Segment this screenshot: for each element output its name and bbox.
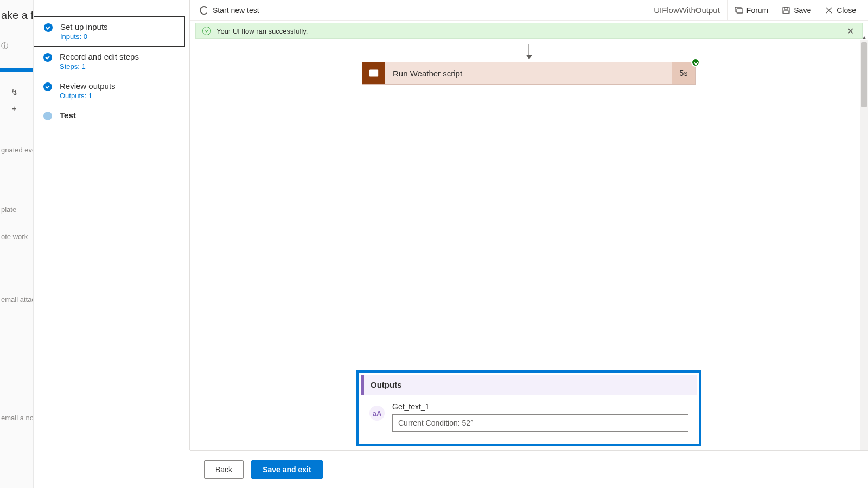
step-active-icon [43, 112, 52, 120]
forum-button[interactable]: Forum [727, 0, 775, 21]
svg-rect-4 [784, 11, 788, 14]
text-variable-icon: aA [369, 406, 385, 421]
success-check-icon [202, 27, 211, 35]
step-done-icon [43, 82, 52, 91]
outputs-header: Outputs [361, 375, 697, 395]
success-banner: Your UI flow ran successfully. ✕ [195, 23, 863, 39]
step-done-icon [44, 23, 53, 32]
step-set-up-inputs[interactable]: Set up inputs Inputs: 0 [34, 16, 185, 47]
bg-flow-icon: ↯ [7, 87, 22, 99]
close-icon [825, 6, 833, 15]
back-label: Back [215, 465, 232, 474]
output-variable-value[interactable] [392, 414, 688, 432]
wizard-steps-panel: Set up inputs Inputs: 0 Record and edit … [34, 0, 190, 450]
success-message: Your UI flow ran successfully. [216, 27, 308, 35]
save-and-exit-button[interactable]: Save and exit [251, 460, 323, 479]
banner-close-button[interactable]: ✕ [845, 25, 856, 36]
step-subtitle: Inputs: 0 [60, 33, 108, 41]
step-review-outputs[interactable]: Review outputs Outputs: 1 [34, 76, 189, 105]
step-title: Test [60, 111, 76, 120]
svg-rect-1 [737, 9, 743, 13]
bg-mini-icons: ↯ + [5, 87, 22, 120]
bg-line-3: ote work [0, 232, 28, 242]
bg-line-4: email attac [0, 295, 34, 305]
canvas-scrollbar[interactable]: ▲ ▼ [860, 40, 868, 450]
scrollbar-thumb[interactable] [861, 42, 867, 107]
bg-selected-bar [0, 68, 34, 72]
forum-icon [735, 6, 743, 15]
save-label: Save [794, 6, 811, 15]
save-and-exit-label: Save and exit [263, 465, 311, 474]
step-done-icon [43, 53, 52, 62]
start-new-test-button[interactable]: Start new test [200, 6, 259, 15]
close-label: Close [837, 6, 856, 15]
outputs-card: Outputs aA Get_text_1 [356, 370, 701, 446]
refresh-icon [200, 6, 208, 15]
bg-line-2: plate [0, 205, 16, 215]
step-title: Review outputs [60, 81, 116, 91]
flow-name-label: UIFlowWithOutput [654, 5, 720, 15]
bg-title-fragment: ake a fl [0, 8, 34, 23]
step-title: Set up inputs [60, 22, 108, 31]
close-button[interactable]: Close [818, 0, 863, 21]
step-record-and-edit[interactable]: Record and edit steps Steps: 1 [34, 47, 189, 76]
action-card-run-weather-script[interactable]: Run Weather script 5s [362, 62, 696, 85]
connector-arrow-icon [529, 44, 529, 59]
step-subtitle: Outputs: 1 [60, 92, 116, 100]
action-title: Run Weather script [385, 62, 672, 84]
bg-info-icon: ⓘ [0, 41, 8, 51]
bg-plus-icon: + [7, 103, 22, 115]
svg-rect-3 [784, 7, 788, 9]
bg-line-1: gnated even [0, 145, 34, 155]
step-title: Record and edit steps [60, 52, 139, 61]
step-test[interactable]: Test [34, 105, 189, 126]
start-new-test-label: Start new test [213, 6, 259, 15]
action-success-badge-icon [691, 58, 700, 67]
top-toolbar: Start new test UIFlowWithOutput Forum Sa… [190, 0, 868, 21]
step-subtitle: Steps: 1 [60, 62, 139, 70]
action-duration-label: 5s [672, 62, 695, 84]
svg-rect-8 [371, 72, 376, 75]
forum-label: Forum [746, 6, 768, 15]
bg-line-5: email a no [0, 413, 34, 423]
background-templates-panel: ake a fl ⓘ ↯ + gnated even plate ote wor… [0, 0, 34, 488]
flow-canvas: Run Weather script 5s Outputs aA Get_tex… [190, 40, 868, 450]
action-script-icon [362, 62, 385, 84]
output-variable-name: Get_text_1 [392, 402, 688, 411]
back-button[interactable]: Back [204, 460, 244, 479]
wizard-footer: Back Save and exit [190, 450, 868, 488]
save-button[interactable]: Save [775, 0, 818, 21]
save-icon [782, 6, 790, 15]
